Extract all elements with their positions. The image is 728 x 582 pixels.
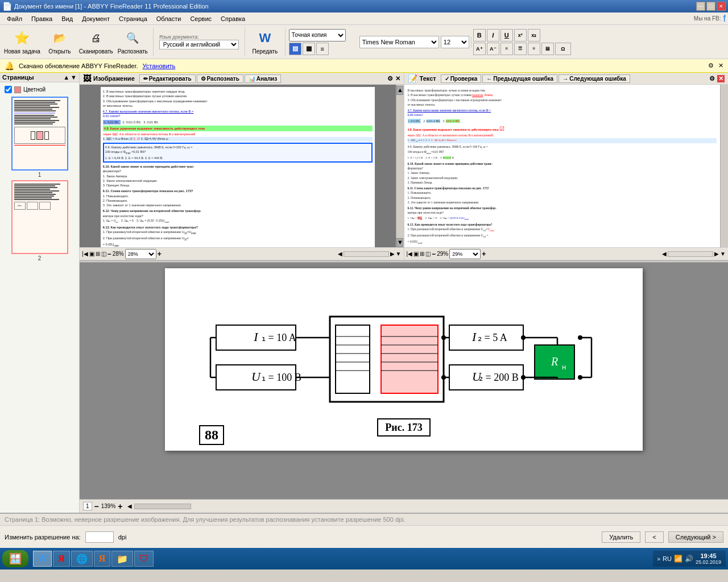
menu-service[interactable]: Сервис bbox=[185, 14, 216, 23]
image-settings-icon[interactable]: ⚙ bbox=[387, 75, 393, 82]
doc-zoom-plus[interactable]: + bbox=[118, 502, 122, 511]
image-zoom-grid1[interactable]: ▣ bbox=[89, 251, 94, 257]
align-center-button[interactable]: ☰ bbox=[514, 43, 527, 55]
image-zoom-dropdown[interactable]: 28% bbox=[125, 249, 156, 259]
page-type-checkbox[interactable] bbox=[5, 86, 12, 93]
page-thumb-2[interactable]: abc 2 bbox=[2, 180, 77, 261]
font-size-dropdown[interactable]: 12 bbox=[441, 36, 469, 48]
taskbar-yandex-btn[interactable]: Я bbox=[53, 551, 70, 567]
copy-type-dropdown[interactable]: Точная копия bbox=[289, 29, 346, 41]
align-left-button[interactable]: ≡ bbox=[500, 43, 513, 55]
doc-scroll-left[interactable]: ◀ bbox=[127, 503, 132, 509]
check-button[interactable]: ✓ Проверка bbox=[441, 74, 482, 83]
prev-button[interactable]: < bbox=[645, 531, 663, 543]
image-zoom-grid2[interactable]: ⊞ bbox=[96, 251, 100, 257]
tray-lang[interactable]: RU bbox=[663, 555, 672, 562]
subscript-button[interactable]: x₂ bbox=[528, 29, 540, 41]
layout-btn-2[interactable]: ▦ bbox=[303, 43, 315, 55]
text-zoom-fit[interactable]: ◫ bbox=[425, 251, 431, 257]
pages-remove-icon[interactable]: ▼ bbox=[71, 74, 77, 81]
tray-arrows[interactable]: » bbox=[657, 556, 661, 562]
align-justify-button[interactable]: ▤ bbox=[541, 43, 554, 55]
doc-scrollbar-h[interactable] bbox=[134, 504, 191, 509]
menu-page[interactable]: Страница bbox=[114, 14, 152, 23]
image-zoom-fit[interactable]: ◫ bbox=[101, 251, 106, 257]
menu-file[interactable]: Файл bbox=[2, 14, 27, 23]
taskbar-word-btn[interactable]: W bbox=[33, 551, 52, 567]
tray-volume-icon[interactable]: 🔊 bbox=[685, 555, 693, 563]
pages-add-icon[interactable]: ▲ bbox=[63, 74, 69, 81]
install-link[interactable]: Установить bbox=[143, 63, 176, 69]
layout-btn-1[interactable]: ▤ bbox=[289, 43, 301, 55]
image-scroll-left[interactable]: ◀ bbox=[338, 251, 342, 257]
image-nav-first[interactable]: |◀ bbox=[82, 251, 88, 257]
recognize-button[interactable]: 🔍 Распознать bbox=[116, 27, 150, 57]
text-settings-icon[interactable]: ⚙ bbox=[709, 75, 715, 82]
send-button[interactable]: W Передать bbox=[249, 27, 282, 57]
close-button[interactable]: ✕ bbox=[717, 2, 726, 11]
svg-text:н: н bbox=[562, 363, 566, 371]
align-right-button[interactable]: ≡ bbox=[528, 43, 540, 55]
svg-text:₁ = 10 A: ₁ = 10 A bbox=[262, 332, 296, 343]
taskbar-cureit-btn[interactable]: 🛡 bbox=[134, 551, 154, 567]
font-name-dropdown[interactable]: Times New Roman bbox=[359, 36, 439, 48]
image-zoom-minus[interactable]: − bbox=[107, 250, 111, 258]
image-zoom-plus[interactable]: + bbox=[158, 250, 162, 258]
image-close-icon[interactable]: ✕ bbox=[395, 75, 400, 82]
font-grow-button[interactable]: A⁺ bbox=[473, 43, 486, 55]
text-scroll-right[interactable]: ▶ bbox=[714, 251, 719, 257]
svg-point-40 bbox=[441, 375, 446, 380]
maximize-button[interactable]: □ bbox=[706, 2, 715, 11]
scan-button[interactable]: 🖨 Сканировать bbox=[77, 27, 115, 57]
menu-help[interactable]: Справка bbox=[216, 14, 250, 23]
delete-button[interactable]: Удалить bbox=[602, 531, 640, 543]
notif-close-icon[interactable]: ✕ bbox=[718, 62, 723, 69]
image-scroll-right[interactable]: ▶ bbox=[390, 251, 395, 257]
text-zoom-grid1[interactable]: ▣ bbox=[413, 251, 419, 257]
lang-dropdown[interactable]: Русский и английский bbox=[159, 40, 239, 49]
analyze-button[interactable]: 📊 Анализ bbox=[245, 74, 281, 83]
page-thumb-1[interactable]: 1 bbox=[2, 97, 77, 178]
edit-button[interactable]: ✏ Редактировать bbox=[139, 74, 196, 83]
menu-edit[interactable]: Правка bbox=[27, 14, 57, 23]
text-nav-first[interactable]: |◀ bbox=[407, 251, 413, 257]
taskbar-files-btn[interactable]: 📁 bbox=[111, 551, 133, 567]
notif-settings-icon[interactable]: ⚙ bbox=[708, 62, 714, 69]
text-zoom-plus[interactable]: + bbox=[482, 250, 486, 258]
image-panel-scrollbar[interactable]: ▲ ▼ bbox=[396, 85, 404, 247]
recognize-img-button[interactable]: ⚙ Распознать bbox=[197, 74, 243, 83]
dpi-input[interactable] bbox=[85, 531, 114, 543]
text-panel-content[interactable]: В масляных трансформаторах лучше условия… bbox=[404, 85, 721, 247]
text-zoom-dropdown[interactable]: 29% bbox=[449, 249, 481, 259]
fb-icon: f bbox=[723, 14, 726, 24]
prev-error-button[interactable]: ← Предыдущая ошибка bbox=[482, 74, 557, 83]
minimize-button[interactable]: — bbox=[696, 2, 705, 11]
special-char-button[interactable]: Ω bbox=[555, 43, 571, 55]
open-button[interactable]: 📂 Открыть bbox=[43, 27, 76, 57]
text-scroll-down[interactable]: ▼ bbox=[720, 251, 726, 257]
menu-areas[interactable]: Области bbox=[152, 14, 186, 23]
taskbar-opera-btn[interactable]: Я bbox=[94, 551, 111, 567]
bold-button[interactable]: B bbox=[473, 29, 486, 41]
doc-zoom-minus[interactable]: − bbox=[94, 502, 99, 511]
text-zoom-grid2[interactable]: ⊞ bbox=[420, 251, 424, 257]
text-panel-scrollbar[interactable] bbox=[720, 85, 728, 247]
font-shrink-button[interactable]: A⁻ bbox=[487, 43, 499, 55]
next-button[interactable]: Следующий > bbox=[668, 531, 723, 543]
start-button[interactable]: 🪟 bbox=[2, 550, 28, 567]
image-scroll-down[interactable]: ▼ bbox=[396, 251, 402, 257]
underline-button[interactable]: U bbox=[500, 29, 513, 41]
menu-document[interactable]: Документ bbox=[77, 14, 114, 23]
layout-btn-3[interactable]: ≡ bbox=[316, 43, 329, 55]
next-error-button[interactable]: → Следующая ошибка bbox=[559, 74, 630, 83]
tray-clock[interactable]: 19:45 25.02.2019 bbox=[696, 552, 721, 565]
italic-button[interactable]: I bbox=[487, 29, 499, 41]
superscript-button[interactable]: x² bbox=[514, 29, 527, 41]
taskbar-chrome-btn[interactable]: 🌐 bbox=[71, 551, 93, 567]
text-scroll-left[interactable]: ◀ bbox=[662, 251, 667, 257]
text-close-icon[interactable]: ✕ bbox=[717, 75, 725, 82]
menu-view[interactable]: Вид bbox=[57, 14, 77, 23]
text-zoom-minus[interactable]: − bbox=[432, 250, 436, 258]
new-task-button[interactable]: ⭐ Новая задача bbox=[2, 27, 42, 57]
text-panel-title: Текст bbox=[420, 75, 436, 82]
